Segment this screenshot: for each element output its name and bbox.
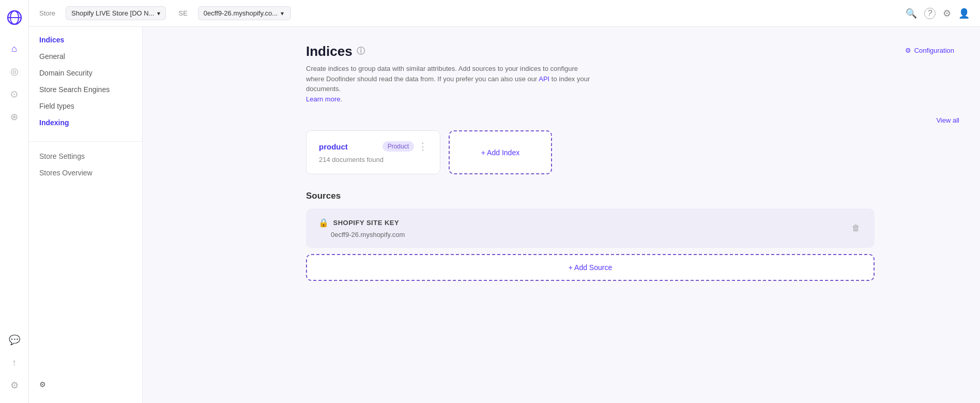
learn-more-link[interactable]: Learn more.	[306, 95, 342, 103]
nav-icon-upload[interactable]: ↑	[5, 353, 24, 372]
sidebar-item-indices[interactable]: Indices	[29, 32, 142, 48]
sidebar-item-general[interactable]: General	[29, 48, 142, 65]
nav-icon-search[interactable]: ⊙	[5, 85, 24, 103]
add-source-button[interactable]: + Add Source	[306, 254, 875, 281]
configuration-button[interactable]: ⚙ Configuration	[900, 43, 959, 57]
store-label: Store	[39, 9, 55, 17]
sidebar-bottom-gear[interactable]: ⚙	[29, 376, 142, 393]
settings-icon[interactable]: ⚙	[943, 8, 951, 19]
title-section: Indices ⓘ Create indices to group data w…	[306, 43, 595, 104]
page-header: Indices ⓘ Create indices to group data w…	[306, 43, 959, 104]
nav-icon-analytics[interactable]: ◎	[5, 62, 24, 81]
info-icon[interactable]: ⓘ	[357, 46, 365, 57]
sidebar-item-store-settings[interactable]: Store Settings	[29, 148, 142, 165]
view-all-row: View all	[306, 116, 959, 124]
topbar: Store Shopify LIVE Store [DO N... SE 0ec…	[29, 0, 980, 27]
add-source-label: + Add Source	[569, 263, 612, 272]
card-header-right: Product ⋮	[382, 141, 427, 152]
nav-icon-integration[interactable]: ⊛	[5, 108, 24, 126]
delete-source-button[interactable]: 🗑	[850, 221, 862, 235]
sidebar-item-store-search-engines[interactable]: Store Search Engines	[29, 81, 142, 98]
doc-count: 214 documents found	[319, 156, 427, 163]
nav-divider	[29, 141, 142, 142]
card-header: product Product ⋮	[319, 141, 427, 152]
user-icon[interactable]: 👤	[958, 8, 970, 19]
page-title: Indices ⓘ	[306, 43, 595, 59]
add-index-label: + Add Index	[481, 148, 519, 157]
index-cards-row: product Product ⋮ 214 documents found + …	[306, 130, 959, 174]
store-value: Shopify LIVE Store [DO N...	[71, 9, 154, 17]
nav-group-main: Indices General Domain Security Store Se…	[29, 32, 142, 131]
search-icon[interactable]: 🔍	[906, 8, 917, 19]
help-icon[interactable]: ?	[924, 8, 936, 19]
sidebar-item-indexing[interactable]: Indexing	[29, 114, 142, 131]
source-card-shopify: 🔒 SHOPIFY SITE KEY 0ecff9-26.myshopify.c…	[306, 208, 875, 248]
view-all-button[interactable]: View all	[936, 116, 959, 124]
sidebar-item-stores-overview[interactable]: Stores Overview	[29, 165, 142, 181]
sidebar-item-domain-security[interactable]: Domain Security	[29, 65, 142, 81]
nav-icon-home[interactable]: ⌂	[5, 39, 24, 58]
sidebar-item-field-types[interactable]: Field types	[29, 98, 142, 114]
topbar-right-icons: 🔍 ? ⚙ 👤	[906, 8, 970, 19]
index-badge: Product	[382, 141, 414, 152]
lock-icon: 🔒	[318, 218, 329, 228]
source-left: 🔒 SHOPIFY SITE KEY 0ecff9-26.myshopify.c…	[318, 218, 405, 238]
nav-icon-chat[interactable]: 💬	[5, 331, 24, 349]
sources-title: Sources	[306, 191, 959, 201]
index-card-product: product Product ⋮ 214 documents found	[306, 130, 440, 174]
se-select[interactable]: 0ecff9-26.myshopify.co...	[198, 6, 291, 20]
store-select[interactable]: Shopify LIVE Store [DO N...	[66, 6, 166, 20]
index-card-name[interactable]: product	[319, 142, 348, 151]
store-chevron-icon	[157, 9, 160, 17]
nav-icon-gear-bottom[interactable]: ⚙	[5, 376, 24, 395]
sources-section: Sources 🔒 SHOPIFY SITE KEY 0ecff9-26.mys…	[306, 191, 959, 281]
se-value: 0ecff9-26.myshopify.co...	[204, 9, 278, 17]
source-title: 🔒 SHOPIFY SITE KEY	[318, 218, 405, 228]
nav-group-secondary: Store Settings Stores Overview	[29, 148, 142, 181]
logo[interactable]	[5, 8, 24, 27]
main-content: Indices ⓘ Create indices to group data w…	[285, 27, 980, 403]
text-sidebar: Configuration Indices General Domain Sec…	[29, 0, 143, 403]
page-description: Create indices to group data with simila…	[306, 64, 595, 104]
icon-sidebar: ⌂ ◎ ⊙ ⊛ 💬 ↑ ⚙	[0, 0, 29, 403]
index-more-button[interactable]: ⋮	[418, 142, 427, 151]
se-chevron-icon	[281, 9, 284, 17]
gear-icon: ⚙	[905, 47, 911, 54]
se-label: SE	[178, 9, 187, 17]
source-url: 0ecff9-26.myshopify.com	[331, 231, 405, 238]
add-index-button[interactable]: + Add Index	[449, 130, 552, 174]
api-link[interactable]: API	[539, 75, 549, 83]
